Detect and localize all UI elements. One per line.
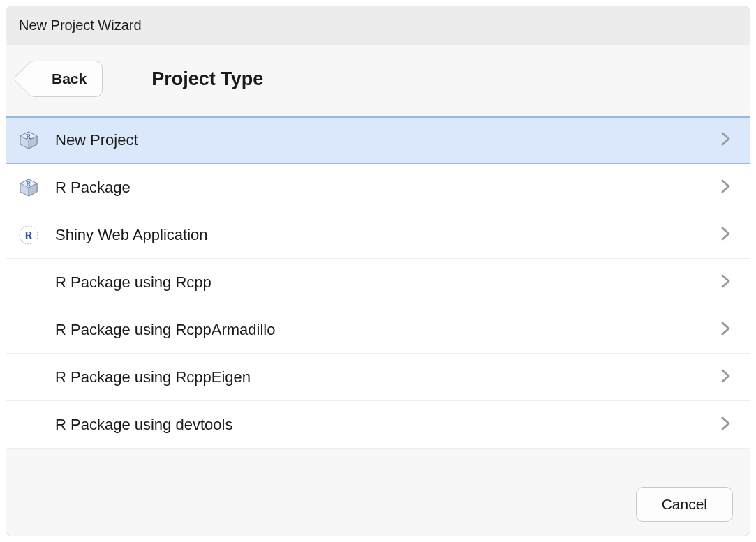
item-chevron [720, 130, 732, 150]
project-type-item[interactable]: R Package using devtools [6, 401, 750, 449]
spacer [6, 449, 750, 473]
chevron-right-icon [720, 178, 732, 195]
dialog-header: Back Project Type [6, 45, 750, 116]
cancel-button[interactable]: Cancel [636, 487, 733, 522]
cube-icon: R [18, 130, 39, 151]
item-icon-slot [16, 270, 41, 295]
back-button-label: Back [52, 70, 87, 87]
item-label: R Package using Rcpp [52, 273, 709, 292]
project-type-item[interactable]: RR Package [6, 164, 750, 211]
item-label: New Project [52, 131, 709, 149]
project-type-item[interactable]: RNew Project [6, 116, 750, 164]
svg-text:R: R [26, 180, 31, 188]
back-button[interactable]: Back [27, 61, 103, 97]
item-chevron [720, 368, 732, 387]
chevron-right-icon [720, 130, 732, 147]
item-icon-slot: R [16, 128, 41, 153]
item-chevron [720, 273, 732, 292]
svg-text:R: R [24, 229, 33, 241]
cancel-button-label: Cancel [662, 496, 707, 512]
item-icon-slot: R [16, 175, 41, 200]
item-label: R Package using devtools [52, 416, 709, 434]
item-chevron [720, 320, 732, 340]
chevron-right-icon [720, 320, 732, 337]
dialog-footer: Cancel [6, 473, 750, 536]
item-label: R Package using RcppArmadillo [52, 321, 709, 339]
project-type-item[interactable]: R Package using RcppArmadillo [6, 306, 750, 354]
item-icon-slot: R [16, 223, 41, 248]
project-type-item[interactable]: R Package using RcppEigen [6, 354, 750, 401]
dialog-title-bar: New Project Wizard [6, 6, 750, 45]
item-icon-slot [16, 412, 41, 437]
project-type-list: RNew ProjectRR PackageRShiny Web Applica… [6, 116, 750, 449]
chevron-right-icon [720, 225, 732, 242]
item-icon-slot [16, 317, 41, 342]
item-chevron [720, 415, 732, 435]
item-label: R Package using RcppEigen [52, 368, 709, 386]
chevron-right-icon [720, 415, 732, 432]
page-title: Project Type [151, 68, 263, 90]
r-circle-icon: R [18, 225, 39, 246]
item-icon-slot [16, 365, 41, 390]
project-type-item[interactable]: RShiny Web Application [6, 211, 750, 259]
svg-text:R: R [26, 133, 31, 140]
dialog-title: New Project Wizard [19, 17, 142, 33]
project-type-item[interactable]: R Package using Rcpp [6, 259, 750, 306]
item-chevron [720, 178, 732, 197]
item-chevron [720, 225, 732, 245]
new-project-wizard-dialog: New Project Wizard Back Project Type RNe… [6, 6, 750, 536]
cube-icon: R [18, 177, 39, 198]
chevron-right-icon [720, 273, 732, 289]
item-label: R Package [52, 179, 709, 197]
chevron-right-icon [720, 368, 732, 384]
item-label: Shiny Web Application [52, 226, 709, 244]
